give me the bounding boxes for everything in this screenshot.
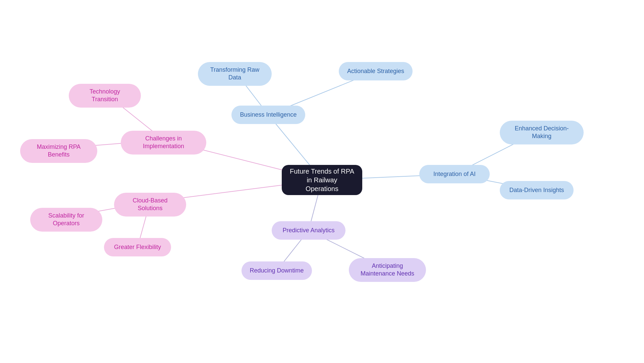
node-maximizing-rpa-benefits: Maximizing RPA Benefits — [20, 139, 97, 163]
node-cloud-based-solutions: Cloud-Based Solutions — [114, 193, 186, 217]
node-greater-flexibility: Greater Flexibility — [104, 238, 171, 256]
node-transforming-raw-data: Transforming Raw Data — [198, 62, 272, 86]
node-business-intelligence: Business Intelligence — [231, 106, 305, 124]
node-data-driven-insights: Data-Driven Insights — [500, 181, 574, 199]
node-integration-of-ai: Integration of AI — [419, 165, 490, 183]
node-reducing-downtime: Reducing Downtime — [241, 261, 312, 280]
node-enhanced-decision-making: Enhanced Decision-Making — [500, 121, 584, 144]
node-predictive-analytics: Predictive Analytics — [272, 221, 345, 240]
mindmap-container: Future Trends of RPA in Railway Operatio… — [0, 0, 644, 363]
node-technology-transition: Technology Transition — [69, 84, 141, 108]
node-anticipating-maintenance: Anticipating Maintenance Needs — [349, 258, 426, 282]
node-challenges-in-implementation: Challenges in Implementation — [121, 131, 206, 155]
node-actionable-strategies: Actionable Strategies — [339, 62, 413, 80]
node-center: Future Trends of RPA in Railway Operatio… — [282, 165, 362, 195]
node-scalability-for-operators: Scalability for Operators — [30, 208, 102, 232]
